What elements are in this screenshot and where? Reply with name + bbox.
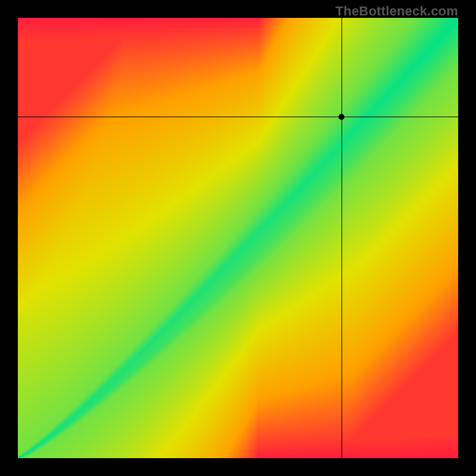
heatmap-canvas	[18, 18, 458, 458]
watermark-text: TheBottleneck.com	[336, 4, 458, 19]
chart-container: TheBottleneck.com	[0, 0, 476, 476]
heatmap-plot	[18, 18, 458, 458]
